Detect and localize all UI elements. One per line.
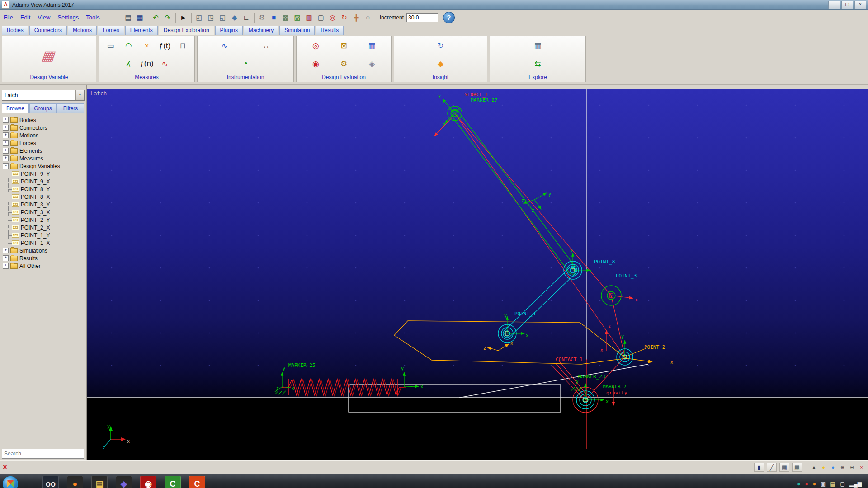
search-box[interactable] — [2, 449, 84, 459]
gear-pair-button[interactable]: ⚙ — [256, 12, 268, 23]
select-cursor-button[interactable]: ► — [178, 12, 189, 23]
signal-wave-icon[interactable]: ∿ — [206, 40, 243, 52]
taskbar-app-c-green[interactable]: C — [165, 476, 181, 488]
sphere-icon[interactable]: ● — [829, 464, 837, 471]
base-plate-outline[interactable] — [349, 385, 561, 412]
tray-dot-orange-icon[interactable]: ● — [813, 481, 816, 487]
taskbar-vscode[interactable]: ◆ — [116, 476, 132, 488]
close-button[interactable]: × — [854, 1, 866, 9]
insight-spark-icon[interactable]: ◆ — [396, 57, 486, 70]
view-top-button[interactable]: ◳ — [205, 12, 217, 23]
tree-item-point-2-x[interactable]: 123POINT_2_X — [2, 224, 85, 231]
target-icon[interactable]: ◎ — [304, 40, 328, 52]
doe-table-icon[interactable]: ▦ — [360, 40, 384, 52]
view-axes-button[interactable]: ∟ — [241, 12, 252, 23]
tree-item-point-9-x[interactable]: 123POINT_9_X — [2, 178, 85, 185]
grid-toggle-button[interactable]: ▥ — [303, 12, 315, 23]
view-iso-button[interactable]: ◆ — [229, 12, 241, 23]
ruler-measure-icon[interactable]: ▭ — [104, 40, 118, 52]
tab-forces[interactable]: Forces — [98, 26, 124, 35]
redo-button[interactable]: ↷ — [162, 12, 174, 23]
model-selector[interactable]: Latch ▼ — [2, 90, 85, 101]
distance-measure-icon[interactable]: ↔ — [248, 40, 285, 52]
tab-bodies[interactable]: Bodies — [2, 26, 28, 35]
tray-dot-teal-icon[interactable]: ● — [797, 481, 800, 487]
gauge-icon[interactable]: ◔ — [227, 58, 264, 70]
tree-item-point-3-x[interactable]: 123POINT_3_X — [2, 208, 85, 216]
search-input[interactable] — [2, 449, 84, 458]
tab-design-exploration[interactable]: Design Exploration — [159, 26, 214, 35]
tray-monitor-icon[interactable]: ▢ — [840, 481, 845, 487]
expand-icon[interactable]: + — [3, 140, 9, 146]
tree-item-connectors[interactable]: +Connectors — [2, 124, 85, 131]
browser-tab-filters[interactable]: Filters — [57, 103, 84, 113]
zoom-out-icon[interactable]: ⊖ — [848, 464, 856, 471]
tree-item-point-8-x[interactable]: 123POINT_8_X — [2, 193, 85, 201]
table-icon[interactable]: ▦ — [779, 463, 789, 472]
tab-results[interactable]: Results — [316, 26, 344, 35]
menu-tools[interactable]: Tools — [86, 14, 99, 21]
camera-icon[interactable]: ▲ — [810, 464, 818, 471]
viewport[interactable]: LatchSFORCE_1MARKER_27xzyxzPOINT_8yxPOIN… — [87, 89, 868, 460]
selection-box-button[interactable]: ▢ — [315, 12, 327, 23]
network-signal-icon[interactable]: ▂▄▆ — [849, 481, 862, 487]
table-edit-icon[interactable]: ▦ — [792, 463, 802, 472]
render-mode-button[interactable]: ▩ — [280, 12, 292, 23]
taskbar-firefox[interactable]: ● — [67, 476, 83, 488]
tree-item-all-other[interactable]: +All Other — [2, 262, 85, 270]
tab-motions[interactable]: Motions — [68, 26, 97, 35]
maximize-button[interactable]: ▢ — [841, 1, 853, 9]
protractor-icon[interactable]: ◠ — [122, 40, 136, 52]
tab-connectors[interactable]: Connectors — [29, 26, 67, 35]
help-button[interactable]: ? — [443, 12, 455, 23]
tree-item-point-1-y[interactable]: 123POINT_1_Y — [2, 231, 85, 239]
explore-arrows-icon[interactable]: ⇆ — [491, 57, 584, 70]
prism-icon[interactable]: ◈ — [360, 58, 384, 70]
taskbar-app-c-orange[interactable]: C — [189, 476, 205, 488]
strip-chart-icon[interactable]: ∿ — [158, 58, 172, 70]
expand-icon[interactable]: + — [3, 248, 9, 253]
tree-item-motions[interactable]: +Motions — [2, 131, 85, 139]
function-n-icon[interactable]: ƒ(n) — [140, 58, 154, 70]
expand-icon[interactable]: + — [3, 117, 9, 123]
view-right-button[interactable]: ◱ — [217, 12, 229, 23]
rotate-view-button[interactable]: ↻ — [339, 12, 350, 23]
menu-view[interactable]: View — [38, 14, 50, 21]
tree-item-measures[interactable]: +Measures — [2, 155, 85, 162]
taskbar-app-recorder[interactable]: oo — [42, 476, 59, 488]
new-model-button[interactable]: ▤ — [123, 12, 134, 23]
bulb-icon[interactable]: ● — [820, 464, 827, 471]
navy-square-icon[interactable]: ▮ — [754, 463, 764, 472]
minimize-button[interactable]: – — [828, 1, 840, 9]
tree-item-point-1-x[interactable]: 123POINT_1_X — [2, 239, 85, 247]
design-variable-grid-icon[interactable]: ▦ — [30, 45, 68, 65]
function-time-icon[interactable]: ƒ(t) — [158, 40, 172, 52]
tree-item-point-9-y[interactable]: 123POINT_9_Y — [2, 170, 85, 178]
tree-item-point-2-y[interactable]: 123POINT_2_Y — [2, 216, 85, 224]
tray-collapse-icon[interactable]: – — [790, 481, 793, 487]
tray-dot-red-icon[interactable]: ● — [805, 481, 808, 487]
undo-button[interactable]: ↶ — [150, 12, 162, 23]
taskbar-file-explorer[interactable]: ▤ — [91, 476, 108, 488]
expand-icon[interactable]: + — [3, 148, 9, 154]
tree-item-point-3-y[interactable]: 123POINT_3_Y — [2, 201, 85, 208]
menu-edit[interactable]: Edit — [20, 14, 30, 21]
close-red-icon[interactable]: × — [858, 464, 865, 471]
tree-item-forces[interactable]: +Forces — [2, 139, 85, 147]
chevron-down-icon[interactable]: ▼ — [75, 90, 84, 100]
angle-measure-icon[interactable]: ∡ — [122, 58, 136, 70]
target-study-icon[interactable]: ◉ — [304, 58, 328, 70]
tree-item-results[interactable]: +Results — [2, 254, 85, 262]
tree-item-simulations[interactable]: +Simulations — [2, 247, 85, 254]
browser-tab-groups[interactable]: Groups — [29, 103, 57, 113]
tree-item-bodies[interactable]: +Bodies — [2, 116, 85, 124]
texture-button[interactable]: ▨ — [292, 12, 303, 23]
tray-folder-icon[interactable]: ▤ — [830, 481, 835, 487]
taskbar-acrobat[interactable]: ◉ — [140, 476, 156, 488]
x-variable-icon[interactable]: × — [140, 40, 154, 52]
pan-view-button[interactable]: ╋ — [350, 12, 362, 23]
hotpoint-button[interactable]: ◎ — [327, 12, 339, 23]
browser-tab-browse[interactable]: Browse — [2, 103, 29, 113]
tab-machinery[interactable]: Machinery — [244, 26, 278, 35]
insight-loop-icon[interactable]: ↻ — [396, 39, 486, 53]
